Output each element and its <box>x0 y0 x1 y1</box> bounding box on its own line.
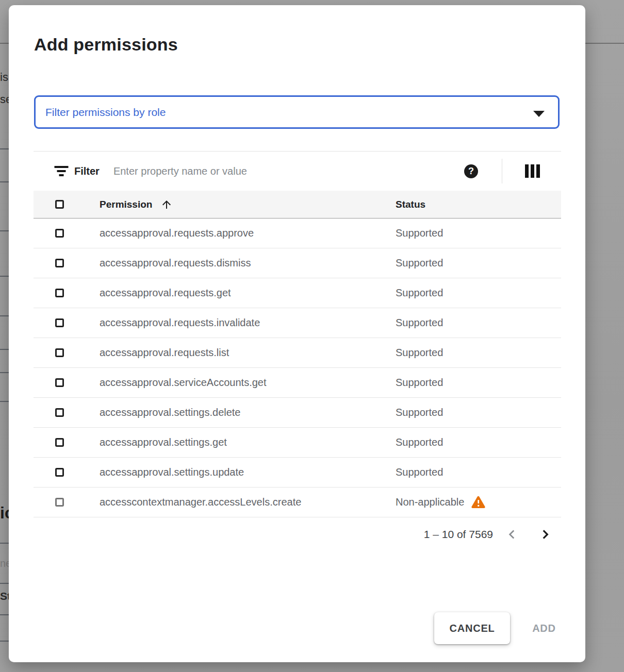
status-value: Supported <box>396 407 443 418</box>
table-header-row: Permission Status <box>34 191 561 219</box>
toolbar-divider <box>502 159 502 183</box>
help-icon[interactable]: ? <box>464 164 478 178</box>
status-value: Supported <box>396 377 443 389</box>
permission-name: accessapproval.serviceAccounts.get <box>100 377 267 389</box>
select-all-checkbox[interactable] <box>55 200 64 209</box>
status-value: Supported <box>396 287 443 299</box>
table-row: accessapproval.requests.invalidate Suppo… <box>34 308 561 338</box>
filter-list-icon <box>54 165 69 177</box>
pagination-range-label: 1 – 10 of 7569 <box>424 528 493 541</box>
status-value: Supported <box>396 257 443 269</box>
column-display-icon[interactable] <box>525 164 540 178</box>
status-value: Supported <box>396 227 443 239</box>
row-checkbox[interactable] <box>55 348 64 357</box>
chevron-down-icon <box>533 111 545 117</box>
permission-name: accessapproval.settings.update <box>100 466 244 478</box>
permission-name: accessapproval.settings.get <box>100 436 227 448</box>
sort-ascending-icon[interactable] <box>160 198 173 211</box>
row-checkbox[interactable] <box>55 408 64 417</box>
cancel-button[interactable]: CANCEL <box>434 612 510 644</box>
background-row-line <box>0 583 9 584</box>
table-row: accessapproval.settings.delete Supported <box>34 398 561 428</box>
add-permissions-dialog: Add permissions Filter permissions by ro… <box>9 5 585 662</box>
background-row-line <box>0 181 9 182</box>
permission-name: accesscontextmanager.accessLevels.create <box>100 496 301 508</box>
permission-name: accessapproval.requests.get <box>100 287 231 299</box>
background-text-fragment: St <box>0 590 9 602</box>
row-checkbox[interactable] <box>55 289 64 297</box>
background-row-line <box>0 315 9 316</box>
pagination: 1 – 10 of 7569 <box>34 517 561 551</box>
background-row-line <box>0 401 9 402</box>
permission-column-header[interactable]: Permission <box>100 199 152 210</box>
row-checkbox[interactable] <box>55 438 64 447</box>
table-row: accessapproval.serviceAccounts.get Suppo… <box>34 368 561 398</box>
permission-name: accessapproval.requests.approve <box>100 227 254 239</box>
status-column-header: Status <box>396 199 425 210</box>
filter-label: Filter <box>74 165 100 177</box>
background-row-line <box>0 349 9 350</box>
role-filter-select[interactable]: Filter permissions by role <box>34 95 560 129</box>
background-row-line <box>0 230 9 231</box>
row-checkbox[interactable] <box>55 498 64 507</box>
permission-name: accessapproval.settings.delete <box>100 407 241 418</box>
filter-toolbar: Filter ? <box>34 151 561 191</box>
permission-name: accessapproval.requests.dismiss <box>100 257 251 269</box>
background-text-fragment: ne <box>0 558 9 569</box>
table-row: accessapproval.requests.dismiss Supporte… <box>34 248 561 278</box>
table-row: accessapproval.requests.get Supported <box>34 278 561 308</box>
status-value: Supported <box>396 436 443 448</box>
background-row-line <box>0 543 9 544</box>
row-checkbox[interactable] <box>55 468 64 477</box>
role-filter-value: Filter permissions by role <box>45 106 166 119</box>
background-text-fragment: is <box>0 71 8 84</box>
status-value: Supported <box>396 466 443 478</box>
table-row: accesscontextmanager.accessLevels.create… <box>34 488 561 517</box>
background-row-line <box>0 614 9 615</box>
table-row: accessapproval.requests.list Supported <box>34 338 561 368</box>
next-page-button[interactable] <box>534 524 556 545</box>
filter-input[interactable] <box>113 165 464 177</box>
permissions-table: Filter ? Permission Status acces <box>34 151 561 551</box>
background-row-line <box>0 372 9 373</box>
background-row-line <box>0 276 9 277</box>
status-value: Non-applicable <box>396 496 464 508</box>
add-button[interactable]: ADD <box>520 612 568 644</box>
table-row: accessapproval.settings.get Supported <box>34 428 561 458</box>
dialog-title: Add permissions <box>34 35 178 55</box>
background-row-line <box>0 148 9 149</box>
permission-name: accessapproval.requests.list <box>100 347 229 359</box>
previous-page-button[interactable] <box>501 524 523 545</box>
permission-name: accessapproval.requests.invalidate <box>100 317 260 329</box>
warning-icon <box>471 496 485 509</box>
background-text-fragment: se <box>0 93 9 106</box>
background-text-fragment: ic <box>0 503 9 523</box>
row-checkbox[interactable] <box>55 259 64 267</box>
row-checkbox[interactable] <box>55 229 64 238</box>
table-row: accessapproval.requests.approve Supporte… <box>34 219 561 248</box>
row-checkbox[interactable] <box>55 318 64 327</box>
row-checkbox[interactable] <box>55 378 64 387</box>
status-value: Supported <box>396 347 443 359</box>
background-row-line <box>0 641 9 642</box>
table-row: accessapproval.settings.update Supported <box>34 458 561 488</box>
status-value: Supported <box>396 317 443 329</box>
